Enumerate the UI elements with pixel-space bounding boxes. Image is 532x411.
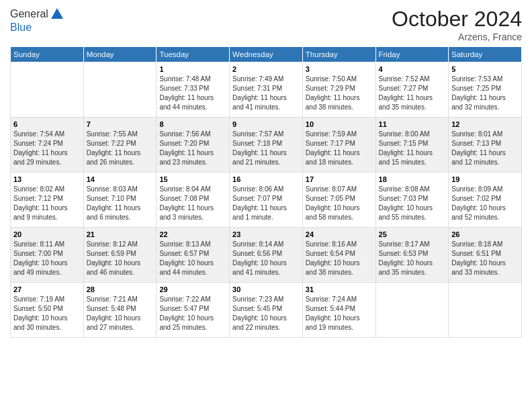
- day-number: 19: [451, 175, 519, 183]
- day-info: Sunrise: 8:07 AMSunset: 7:05 PMDaylight:…: [306, 185, 373, 222]
- weekday-header: Tuesday: [157, 47, 230, 62]
- day-number: 17: [306, 175, 373, 183]
- day-info: Sunrise: 7:49 AMSunset: 7:31 PMDaylight:…: [232, 75, 300, 112]
- day-info: Sunrise: 8:04 AMSunset: 7:08 PMDaylight:…: [159, 185, 226, 222]
- day-info: Sunrise: 8:06 AMSunset: 7:07 PMDaylight:…: [232, 185, 300, 222]
- calendar-cell: 18Sunrise: 8:08 AMSunset: 7:03 PMDayligh…: [375, 173, 449, 228]
- day-info: Sunrise: 8:08 AMSunset: 7:03 PMDaylight:…: [379, 185, 446, 222]
- day-number: 30: [232, 285, 300, 293]
- calendar-cell: 21Sunrise: 8:12 AMSunset: 6:59 PMDayligh…: [83, 228, 157, 283]
- day-number: 11: [379, 120, 446, 128]
- day-info: Sunrise: 7:23 AMSunset: 5:45 PMDaylight:…: [232, 295, 300, 332]
- day-number: 25: [379, 230, 446, 238]
- calendar-cell: 10Sunrise: 7:59 AMSunset: 7:17 PMDayligh…: [302, 118, 375, 173]
- calendar-cell: [11, 62, 84, 118]
- day-info: Sunrise: 8:01 AMSunset: 7:13 PMDaylight:…: [451, 130, 519, 167]
- day-info: Sunrise: 8:17 AMSunset: 6:53 PMDaylight:…: [379, 240, 446, 277]
- calendar-cell: 13Sunrise: 8:02 AMSunset: 7:12 PMDayligh…: [11, 173, 84, 228]
- day-info: Sunrise: 7:24 AMSunset: 5:44 PMDaylight:…: [306, 295, 373, 332]
- weekday-header: Thursday: [302, 47, 375, 62]
- day-info: Sunrise: 7:57 AMSunset: 7:18 PMDaylight:…: [232, 130, 300, 167]
- day-number: 22: [159, 230, 226, 238]
- day-info: Sunrise: 8:13 AMSunset: 6:57 PMDaylight:…: [159, 240, 226, 277]
- day-number: 2: [232, 65, 300, 73]
- day-info: Sunrise: 8:00 AMSunset: 7:15 PMDaylight:…: [379, 130, 446, 167]
- day-number: 1: [159, 65, 226, 73]
- calendar-cell: 30Sunrise: 7:23 AMSunset: 5:45 PMDayligh…: [230, 283, 303, 338]
- logo-general: General: [10, 8, 48, 20]
- calendar-cell: 6Sunrise: 7:54 AMSunset: 7:24 PMDaylight…: [11, 118, 84, 173]
- calendar-cell: 14Sunrise: 8:03 AMSunset: 7:10 PMDayligh…: [83, 173, 157, 228]
- day-info: Sunrise: 7:52 AMSunset: 7:27 PMDaylight:…: [379, 75, 446, 112]
- day-number: 31: [306, 285, 373, 293]
- day-number: 21: [87, 230, 154, 238]
- day-number: 15: [159, 175, 226, 183]
- header: General Blue October 2024 Arzens, France: [10, 7, 522, 42]
- day-info: Sunrise: 7:50 AMSunset: 7:29 PMDaylight:…: [306, 75, 373, 112]
- page: General Blue October 2024 Arzens, France…: [0, 0, 532, 345]
- day-info: Sunrise: 8:14 AMSunset: 6:56 PMDaylight:…: [232, 240, 300, 277]
- weekday-header: Wednesday: [230, 47, 303, 62]
- day-number: 16: [232, 175, 300, 183]
- day-number: 26: [451, 230, 519, 238]
- day-info: Sunrise: 7:54 AMSunset: 7:24 PMDaylight:…: [13, 130, 81, 167]
- day-number: 27: [13, 285, 81, 293]
- calendar-cell: 2Sunrise: 7:49 AMSunset: 7:31 PMDaylight…: [230, 62, 303, 118]
- calendar-cell: 1Sunrise: 7:48 AMSunset: 7:33 PMDaylight…: [157, 62, 230, 118]
- day-number: 28: [87, 285, 154, 293]
- day-number: 29: [159, 285, 226, 293]
- weekday-header: Monday: [83, 47, 157, 62]
- calendar-cell: 4Sunrise: 7:52 AMSunset: 7:27 PMDaylight…: [375, 62, 449, 118]
- day-info: Sunrise: 7:22 AMSunset: 5:47 PMDaylight:…: [159, 295, 226, 332]
- calendar-cell: 22Sunrise: 8:13 AMSunset: 6:57 PMDayligh…: [157, 228, 230, 283]
- calendar-cell: [375, 283, 449, 338]
- calendar-cell: 7Sunrise: 7:55 AMSunset: 7:22 PMDaylight…: [83, 118, 157, 173]
- svg-marker-0: [51, 8, 63, 19]
- calendar-cell: 27Sunrise: 7:19 AMSunset: 5:50 PMDayligh…: [11, 283, 84, 338]
- calendar-table: SundayMondayTuesdayWednesdayThursdayFrid…: [10, 46, 522, 338]
- calendar-cell: 19Sunrise: 8:09 AMSunset: 7:02 PMDayligh…: [449, 173, 522, 228]
- calendar-cell: 11Sunrise: 8:00 AMSunset: 7:15 PMDayligh…: [375, 118, 449, 173]
- calendar-cell: 20Sunrise: 8:11 AMSunset: 7:00 PMDayligh…: [11, 228, 84, 283]
- day-info: Sunrise: 8:18 AMSunset: 6:51 PMDaylight:…: [451, 240, 519, 277]
- day-info: Sunrise: 7:55 AMSunset: 7:22 PMDaylight:…: [87, 130, 154, 167]
- day-info: Sunrise: 8:11 AMSunset: 7:00 PMDaylight:…: [13, 240, 81, 277]
- day-number: 10: [306, 120, 373, 128]
- day-number: 3: [306, 65, 373, 73]
- calendar-cell: 9Sunrise: 7:57 AMSunset: 7:18 PMDaylight…: [230, 118, 303, 173]
- calendar-cell: 15Sunrise: 8:04 AMSunset: 7:08 PMDayligh…: [157, 173, 230, 228]
- day-number: 5: [451, 65, 519, 73]
- day-info: Sunrise: 7:56 AMSunset: 7:20 PMDaylight:…: [159, 130, 226, 167]
- calendar-week-row: 20Sunrise: 8:11 AMSunset: 7:00 PMDayligh…: [11, 228, 522, 283]
- day-info: Sunrise: 7:19 AMSunset: 5:50 PMDaylight:…: [13, 295, 81, 332]
- weekday-header: Sunday: [11, 47, 84, 62]
- weekday-header: Friday: [375, 47, 449, 62]
- calendar-cell: 12Sunrise: 8:01 AMSunset: 7:13 PMDayligh…: [449, 118, 522, 173]
- logo-blue-text: Blue: [10, 21, 64, 34]
- day-number: 20: [13, 230, 81, 238]
- weekday-header: Saturday: [449, 47, 522, 62]
- logo-text: General Blue: [10, 7, 64, 34]
- day-number: 12: [451, 120, 519, 128]
- calendar-header-row: SundayMondayTuesdayWednesdayThursdayFrid…: [11, 47, 522, 62]
- calendar-cell: [449, 283, 522, 338]
- day-number: 14: [87, 175, 154, 183]
- calendar-cell: 23Sunrise: 8:14 AMSunset: 6:56 PMDayligh…: [230, 228, 303, 283]
- day-number: 13: [13, 175, 81, 183]
- calendar-cell: 24Sunrise: 8:16 AMSunset: 6:54 PMDayligh…: [302, 228, 375, 283]
- calendar-cell: 29Sunrise: 7:22 AMSunset: 5:47 PMDayligh…: [157, 283, 230, 338]
- day-info: Sunrise: 8:12 AMSunset: 6:59 PMDaylight:…: [87, 240, 154, 277]
- calendar-cell: [83, 62, 157, 118]
- day-info: Sunrise: 8:16 AMSunset: 6:54 PMDaylight:…: [306, 240, 373, 277]
- location: Arzens, France: [392, 32, 522, 42]
- day-number: 24: [306, 230, 373, 238]
- day-number: 4: [379, 65, 446, 73]
- calendar-cell: 31Sunrise: 7:24 AMSunset: 5:44 PMDayligh…: [302, 283, 375, 338]
- calendar-cell: 28Sunrise: 7:21 AMSunset: 5:48 PMDayligh…: [83, 283, 157, 338]
- day-number: 7: [87, 120, 154, 128]
- day-number: 8: [159, 120, 226, 128]
- calendar-cell: 16Sunrise: 8:06 AMSunset: 7:07 PMDayligh…: [230, 173, 303, 228]
- day-number: 23: [232, 230, 300, 238]
- logo: General Blue: [10, 7, 64, 34]
- day-info: Sunrise: 7:53 AMSunset: 7:25 PMDaylight:…: [451, 75, 519, 112]
